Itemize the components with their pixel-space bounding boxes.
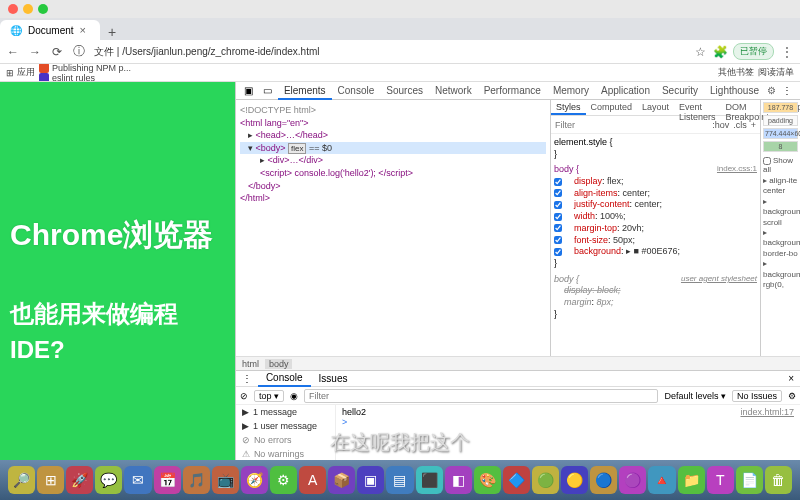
console-filter-input[interactable] [304, 389, 659, 403]
styles-filter-input[interactable] [555, 120, 708, 130]
console-settings-icon[interactable]: ⚙ [788, 391, 796, 401]
show-all-checkbox[interactable] [763, 157, 771, 165]
dock-app-icon[interactable]: 🟡 [561, 466, 588, 494]
device-icon[interactable]: ▭ [259, 85, 276, 96]
devtools-tab-elements[interactable]: Elements [278, 83, 332, 100]
star-icon[interactable]: ☆ [693, 45, 707, 59]
dock-app-icon[interactable]: 📅 [154, 466, 181, 494]
message-filter[interactable]: ▶1 user message [236, 419, 335, 433]
forward-icon[interactable]: → [28, 45, 42, 59]
dock-app-icon[interactable]: 📺 [212, 466, 239, 494]
dock-app-icon[interactable]: ✉︎ [124, 466, 151, 494]
dock-app-icon[interactable]: 🚀 [66, 466, 93, 494]
drawer-close-icon[interactable]: × [782, 373, 800, 384]
breadcrumb-body[interactable]: body [265, 359, 293, 369]
tab-issues[interactable]: Issues [311, 371, 356, 386]
cls-toggle[interactable]: .cls [733, 120, 747, 130]
dock-app-icon[interactable]: 📄 [736, 466, 763, 494]
dock-app-icon[interactable]: A [299, 466, 326, 494]
menu-icon[interactable]: ⋮ [780, 45, 794, 59]
dock-app-icon[interactable]: ⬛ [416, 466, 443, 494]
dock-app-icon[interactable]: 🔷 [503, 466, 530, 494]
breadcrumb-html[interactable]: html [242, 359, 259, 369]
dock-app-icon[interactable]: T [707, 466, 734, 494]
extension-icon[interactable]: 🧩 [713, 45, 727, 59]
apps-button[interactable]: ⊞ 应用 [6, 66, 35, 79]
log-source-link[interactable]: index.html:17 [740, 407, 794, 417]
dock-app-icon[interactable]: 🟣 [619, 466, 646, 494]
live-expr-icon[interactable]: ◉ [290, 391, 298, 401]
inspect-icon[interactable]: ▣ [240, 85, 257, 96]
box-padding-label: padding [763, 115, 798, 126]
dock-app-icon[interactable]: ⚙︎ [270, 466, 297, 494]
box-border: 774.444×609.3 [763, 128, 798, 139]
info-icon[interactable]: ⓘ [72, 45, 86, 59]
devtools-tab-console[interactable]: Console [332, 83, 381, 98]
styles-rules[interactable]: element.style {} index.css:1 body { disp… [551, 134, 760, 356]
bookmark-item[interactable]: eslint rules [39, 73, 134, 83]
dock-app-icon[interactable]: 📁 [678, 466, 705, 494]
clear-console-icon[interactable]: ⊘ [240, 391, 248, 401]
rendered-page: Chrome浏览器 也能用来做编程 IDE? [0, 82, 235, 500]
dock-app-icon[interactable]: ▤ [386, 466, 413, 494]
devtools-menu-icon[interactable]: ⋮ [778, 85, 796, 96]
url-input[interactable] [94, 46, 685, 57]
devtools-tab-lighthouse[interactable]: Lighthouse [704, 83, 765, 98]
dock-app-icon[interactable]: 🎨 [474, 466, 501, 494]
dock-app-icon[interactable]: 📦 [328, 466, 355, 494]
reading-list[interactable]: 阅读清单 [758, 66, 794, 79]
reload-icon[interactable]: ⟳ [50, 45, 64, 59]
tab-console[interactable]: Console [258, 370, 311, 387]
minimize-window-icon[interactable] [23, 4, 33, 14]
dock-app-icon[interactable]: ◧ [445, 466, 472, 494]
dock-app-icon[interactable]: 🟢 [532, 466, 559, 494]
browser-tab[interactable]: 🌐 Document × [0, 20, 100, 40]
devtools-tab-security[interactable]: Security [656, 83, 704, 98]
styles-tab[interactable]: Computed [586, 100, 638, 115]
paused-badge[interactable]: 已暂停 [733, 43, 774, 60]
tab-favicon-icon: 🌐 [10, 25, 22, 36]
back-icon[interactable]: ← [6, 45, 20, 59]
dock-app-icon[interactable]: 💬 [95, 466, 122, 494]
dock-app-icon[interactable]: ▣ [357, 466, 384, 494]
elements-tree[interactable]: <!DOCTYPE html> <html lang="en"> ▸ <head… [236, 100, 550, 356]
console-prompt[interactable]: > [342, 417, 794, 427]
dock-app-icon[interactable]: 🧭 [241, 466, 268, 494]
dock-app-icon[interactable]: 🔎 [8, 466, 35, 494]
dock-app-icon[interactable]: 🔺 [648, 466, 675, 494]
devtools-tab-network[interactable]: Network [429, 83, 478, 98]
new-tab-button[interactable]: + [100, 24, 124, 40]
elements-breadcrumb: html body [236, 356, 800, 370]
devtools-tab-application[interactable]: Application [595, 83, 656, 98]
no-issues-badge[interactable]: No Issues [732, 390, 782, 402]
styles-tab[interactable]: Styles [551, 100, 586, 115]
bookmark-item[interactable]: Publishing NPM p... [39, 64, 134, 73]
dock-app-icon[interactable]: ⊞ [37, 466, 64, 494]
dock-app-icon[interactable]: 🗑 [765, 466, 792, 494]
message-filter[interactable]: ⚠No warnings [236, 447, 335, 461]
context-selector[interactable]: top ▾ [254, 390, 284, 402]
message-filter[interactable]: ▶1 message [236, 405, 335, 419]
styles-tab[interactable]: Event Listeners [674, 100, 721, 115]
dock-app-icon[interactable]: 🎵 [183, 466, 210, 494]
dock-app-icon[interactable]: 🔵 [590, 466, 617, 494]
source-link[interactable]: index.css:1 [717, 164, 757, 174]
devtools-tab-sources[interactable]: Sources [380, 83, 429, 98]
page-subtitle-2: IDE? [10, 332, 65, 368]
close-window-icon[interactable] [8, 4, 18, 14]
hov-toggle[interactable]: :hov [712, 120, 729, 130]
devtools-tab-performance[interactable]: Performance [478, 83, 547, 98]
styles-pane: StylesComputedLayoutEvent ListenersDOM B… [550, 100, 760, 356]
console-menu-icon[interactable]: ⋮ [236, 373, 258, 384]
styles-tab[interactable]: Layout [637, 100, 674, 115]
log-levels[interactable]: Default levels ▾ [664, 391, 726, 401]
message-filter[interactable]: ⊘No errors [236, 433, 335, 447]
devtools-tab-memory[interactable]: Memory [547, 83, 595, 98]
devtools-settings-icon[interactable]: ⚙ [767, 85, 776, 96]
macos-titlebar [0, 0, 800, 18]
other-bookmarks[interactable]: 其他书签 [718, 66, 754, 79]
devtools-tabs: ▣ ▭ ElementsConsoleSourcesNetworkPerform… [236, 82, 800, 100]
maximize-window-icon[interactable] [38, 4, 48, 14]
add-rule-icon[interactable]: + [751, 120, 756, 130]
tab-close-icon[interactable]: × [80, 24, 86, 36]
